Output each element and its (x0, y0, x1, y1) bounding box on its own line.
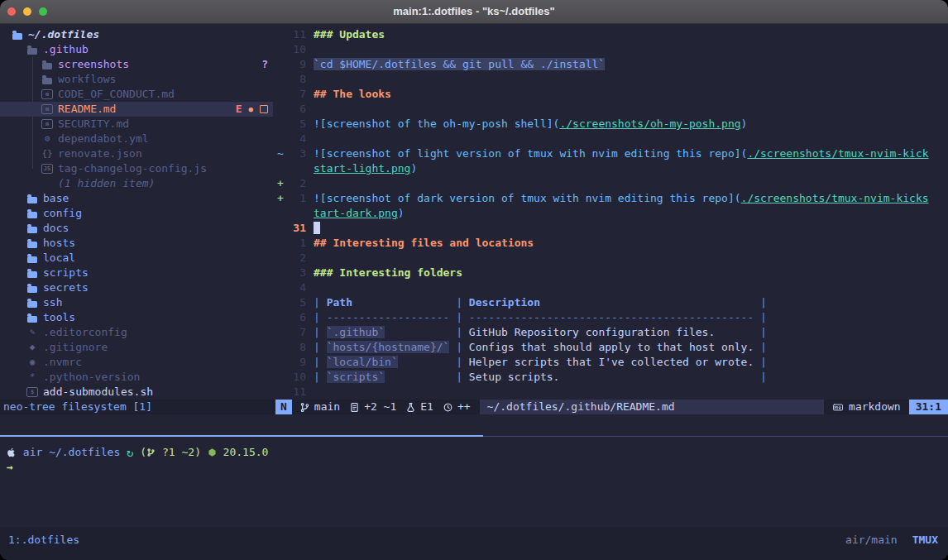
tree-item[interactable]: ◉.nvmrc (0, 355, 273, 370)
line-text: ![screenshot of dark version of tmux wit… (306, 191, 929, 206)
tree-item[interactable]: docs (0, 221, 273, 236)
tree-item[interactable]: ~/.dotfiles (0, 27, 273, 42)
error-badge: E (236, 102, 242, 117)
tmux-window-item[interactable]: 1:.dotfiles (8, 533, 79, 548)
file-path: ~/.dotfiles/.github/README.md (480, 400, 824, 414)
shell-pane[interactable]: air ~/.dotfiles ↻ ( ?1 ~2) 20.15.0 → (7, 445, 948, 475)
untracked-badge: ? (261, 57, 268, 72)
file-icon (349, 402, 360, 413)
editor-line[interactable]: 11### Updates (273, 27, 948, 42)
editor-line[interactable]: 9`cd $HOME/.dotfiles && git pull && ./in… (273, 57, 948, 72)
tree-item[interactable]: secrets (0, 280, 273, 295)
line-text: | `scripts` | Setup scripts. | (306, 370, 767, 385)
gutter-sign (273, 206, 286, 221)
editor-line[interactable]: 4 (273, 132, 948, 146)
markdown-icon: m (41, 89, 53, 100)
tmux-pane-border-active[interactable] (0, 435, 483, 437)
editor-line[interactable]: 2 (273, 251, 948, 266)
tree-item[interactable]: local (0, 251, 273, 266)
tree-item[interactable]: hosts (0, 236, 273, 251)
editor-line[interactable]: 5![screenshot of the oh-my-posh shell](.… (273, 117, 948, 132)
editor-line[interactable]: 10 (273, 42, 948, 57)
editor-line[interactable]: start-light.png) (273, 161, 948, 176)
git-branch-icon (299, 402, 310, 413)
line-number (286, 161, 306, 176)
git-branch: main (299, 400, 340, 414)
editor-line[interactable]: +2 (273, 176, 948, 191)
ring-icon: ◉ (26, 357, 38, 368)
git-changes: +2 ~1 (349, 400, 396, 414)
line-text (306, 72, 314, 87)
zoom-button[interactable] (39, 7, 47, 16)
editor-line[interactable]: 7## The looks (273, 87, 948, 102)
modified-square-icon (260, 105, 268, 113)
editor-line[interactable]: 4 (273, 280, 948, 295)
folder-icon (26, 237, 38, 249)
tree-item[interactable]: (1 hidden item) (0, 176, 273, 191)
line-number: 1 (286, 236, 306, 251)
current-directory: ~/.dotfiles (49, 445, 120, 460)
editor-line[interactable]: 31 (273, 221, 948, 236)
git-status-badges: E● (236, 102, 268, 117)
tree-item[interactable]: $add-submodules.sh (0, 385, 273, 400)
line-number: 5 (286, 295, 306, 310)
editor-line[interactable]: 9| `local/bin` | Helper scripts that I'v… (273, 355, 948, 370)
gutter-sign: ~ (273, 146, 286, 161)
filetype-label: markdown (849, 400, 901, 414)
tree-item[interactable]: mCODE_OF_CONDUCT.md (0, 87, 273, 102)
minimize-button[interactable] (23, 7, 31, 16)
editor-buffer[interactable]: 11### Updates 10 9`cd $HOME/.dotfiles &&… (273, 27, 948, 400)
cursor-position: 31:1 (909, 400, 948, 414)
tree-item-label: hosts (43, 236, 75, 251)
tree-item[interactable]: .github (0, 42, 273, 57)
tree-item[interactable]: ◆.gitignore (0, 340, 273, 355)
refresh-icon: ↻ (127, 445, 133, 460)
markdown-icon (832, 402, 844, 413)
line-number: 7 (286, 87, 306, 102)
markdown-icon: m (41, 118, 53, 130)
editor-line[interactable]: 10| `scripts` | Setup scripts. | (273, 370, 948, 385)
tree-item[interactable]: JStag-changelog-config.js (0, 161, 273, 176)
editor-line[interactable]: 6| ------------------- | ---------------… (273, 310, 948, 325)
line-number: 2 (286, 251, 306, 266)
editor-line[interactable]: +1![screenshot of dark version of tmux w… (273, 191, 948, 206)
editor-line[interactable]: 8| `hosts/{hostname}/` | Configs that sh… (273, 340, 948, 355)
tree-item[interactable]: mSECURITY.md (0, 117, 273, 132)
editor-line[interactable]: 7| `.github` | GitHub Repository configu… (273, 325, 948, 340)
editor-line[interactable]: 6 (273, 102, 948, 117)
editor-line[interactable]: tart-dark.png) (273, 206, 948, 221)
editor-line[interactable]: 1## Interesting files and locations (273, 236, 948, 251)
tmux-status-bar: 1:.dotfiles air/main TMUX (0, 527, 948, 560)
branch-name: main (314, 400, 340, 414)
tree-item[interactable]: ✎.editorconfig (0, 325, 273, 340)
neo-tree-sidebar[interactable]: ~/.dotfiles.githubscreenshots?workflowsm… (0, 23, 273, 400)
line-text: | `.github` | GitHub Repository configur… (306, 325, 767, 340)
tree-item-label: config (43, 206, 82, 221)
tree-item[interactable]: ssh (0, 295, 273, 310)
tree-item[interactable]: tools (0, 310, 273, 325)
editor-line[interactable]: 11 (273, 385, 948, 400)
tree-item[interactable]: mREADME.mdE● (0, 102, 273, 117)
tree-item[interactable]: config (0, 206, 273, 221)
close-button[interactable] (7, 7, 16, 16)
flask-icon (405, 402, 416, 413)
line-text: | ------------------- | ----------------… (306, 310, 767, 325)
tree-item[interactable]: {}renovate.json (0, 146, 273, 161)
titlebar[interactable]: main:1:.dotfiles - "ks~/.dotfiles" (0, 0, 948, 24)
editor-line[interactable]: 3### Interesting folders (273, 266, 948, 280)
gutter-sign (273, 385, 286, 400)
editor-line[interactable]: 5| Path | Description | (273, 295, 948, 310)
tree-item-label: screenshots (58, 57, 129, 72)
tree-item[interactable]: workflows (0, 72, 273, 87)
tree-item[interactable]: scripts (0, 266, 273, 280)
editor-line[interactable]: ~3![screenshot of light version of tmux … (273, 146, 948, 161)
editor-line[interactable]: 8 (273, 72, 948, 87)
tree-item[interactable]: screenshots? (0, 57, 273, 72)
line-number: 8 (286, 340, 306, 355)
gutter-sign (273, 27, 286, 42)
tree-item[interactable]: ⚙dependabot.yml (0, 132, 273, 146)
gutter-sign: + (273, 176, 286, 191)
tree-item[interactable]: *.python-version (0, 370, 273, 385)
line-number: 4 (286, 132, 306, 146)
tree-item[interactable]: base (0, 191, 273, 206)
